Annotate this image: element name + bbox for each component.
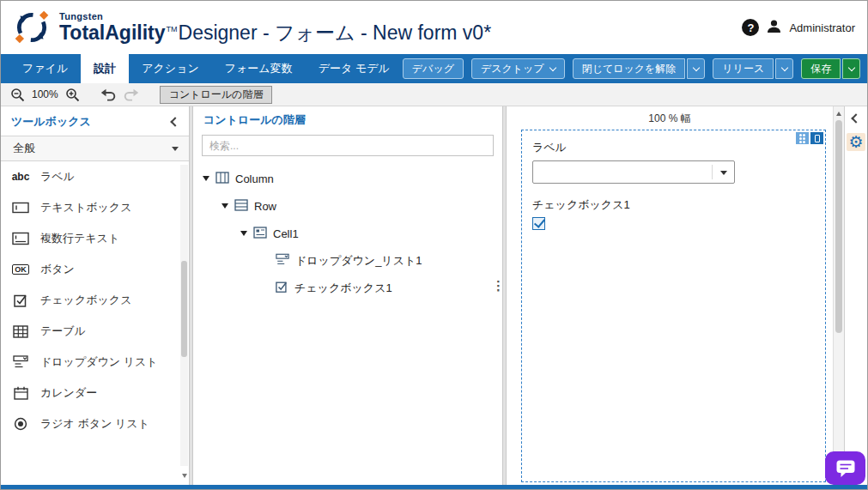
- tab-design[interactable]: 設計: [81, 54, 129, 83]
- toolbox-item-text: ドロップダウン リスト: [40, 354, 158, 370]
- toolbox-item-dropdown-list[interactable]: ドロップダウン リスト: [1, 347, 189, 378]
- toolbox-title: ツールボックス: [11, 114, 91, 130]
- expand-caret-icon[interactable]: [240, 231, 247, 236]
- save-menu-button[interactable]: [842, 58, 860, 79]
- help-icon[interactable]: ?: [742, 19, 759, 36]
- toolbox-item-multiline-text[interactable]: 複数行テキスト: [1, 223, 189, 254]
- close-unlock-menu-button[interactable]: [687, 58, 705, 79]
- status-strip: [1, 485, 867, 489]
- chevron-down-icon: [847, 64, 854, 70]
- dropdown-list-icon: [276, 253, 289, 269]
- tree-node-checkbox1[interactable]: チェックボックス1: [193, 275, 502, 302]
- toolbox-panel: ツールボックス 全般 abc ラベル テキストボックス 複数行テキスト: [1, 106, 190, 485]
- toolbox-item-label[interactable]: abc ラベル: [1, 161, 189, 192]
- form-column-container[interactable]: ラベル チェックボックス1: [521, 130, 826, 482]
- toolbox-category-select[interactable]: 全般: [1, 136, 189, 161]
- release-split-button: リリース: [713, 58, 793, 79]
- toolbox-scrollbar[interactable]: [180, 165, 188, 466]
- row-icon: [234, 199, 248, 214]
- collapse-left-icon[interactable]: [170, 117, 179, 126]
- gear-icon[interactable]: ⚙: [847, 133, 865, 151]
- triangle-down-icon: [182, 474, 187, 478]
- toolbox-item-text: ラベル: [40, 169, 75, 185]
- ok-glyph: OK: [12, 264, 29, 275]
- canvas-scrollbar-thumb[interactable]: [835, 120, 842, 333]
- page-title: TotalAgilityTMDesigner - フォーム - New form…: [59, 22, 491, 43]
- hierarchy-tree: Column Row Cell1 ドロップダウン_リスト1: [193, 165, 502, 302]
- chevron-down-icon: [780, 64, 787, 70]
- toolbox-scrollbar-thumb[interactable]: [181, 261, 187, 357]
- header-actions: ? Administrator: [742, 19, 855, 37]
- scroll-up-icon[interactable]: [834, 107, 844, 119]
- tree-node-label: Cell1: [273, 227, 299, 240]
- form-checkbox-label: チェックボックス1: [532, 197, 815, 213]
- design-toolbar: 100% コントロールの階層: [1, 83, 867, 106]
- multiline-text-icon: [11, 232, 30, 245]
- save-label: 保存: [810, 62, 831, 76]
- tree-node-row[interactable]: Row: [193, 192, 502, 220]
- hierarchy-search-input[interactable]: [202, 135, 494, 156]
- textbox-icon: [11, 201, 30, 215]
- tree-node-label: チェックボックス1: [294, 281, 392, 296]
- undo-icon[interactable]: [100, 86, 117, 103]
- toolbox-item-checkbox[interactable]: チェックボックス: [1, 285, 189, 316]
- expand-caret-icon[interactable]: [222, 203, 228, 209]
- tree-node-column[interactable]: Column: [193, 165, 502, 192]
- menu-tabs: ファイル 設計 アクション フォーム変数 データ モデル: [1, 54, 403, 83]
- canvas-scrollbar[interactable]: [833, 106, 844, 485]
- checkbox-icon: [11, 293, 30, 308]
- toolbox-item-button[interactable]: OK ボタン: [1, 254, 189, 285]
- control-badge-icon[interactable]: [810, 132, 823, 144]
- chat-bubble-icon: [835, 459, 856, 478]
- form-dropdown-control[interactable]: [532, 160, 735, 184]
- chat-button[interactable]: [825, 451, 865, 485]
- form-label-control[interactable]: ラベル: [532, 140, 815, 155]
- tree-node-dropdown-list1[interactable]: ドロップダウン_リスト1: [193, 247, 502, 275]
- tab-form-variables[interactable]: フォーム変数: [212, 54, 306, 83]
- toolbox-item-text: テーブル: [40, 324, 86, 339]
- close-unlock-button[interactable]: 閉じてロックを解除: [573, 58, 686, 79]
- toolbox-item-text: チェックボックス: [40, 293, 131, 308]
- tree-node-label: ドロップダウン_リスト1: [295, 253, 422, 269]
- release-button[interactable]: リリース: [713, 58, 774, 79]
- expand-caret-icon[interactable]: [203, 176, 209, 181]
- chevron-down-icon: [549, 64, 555, 70]
- close-unlock-split-button: 閉じてロックを解除: [573, 58, 706, 79]
- tree-node-cell1[interactable]: Cell1: [193, 220, 502, 247]
- close-unlock-label: 閉じてロックを解除: [582, 62, 677, 76]
- main-menubar: ファイル 設計 アクション フォーム変数 データ モデル デバッグ デスクトップ…: [1, 54, 867, 83]
- debug-label: デバッグ: [412, 62, 454, 76]
- debug-button[interactable]: デバッグ: [403, 58, 464, 79]
- product-name: TotalAgility: [59, 21, 166, 44]
- move-handle-icon[interactable]: [796, 132, 809, 144]
- toolbox-item-calendar[interactable]: カレンダー: [1, 378, 189, 408]
- help-glyph: ?: [747, 21, 754, 34]
- save-button[interactable]: 保存: [801, 58, 841, 79]
- tab-actions[interactable]: アクション: [129, 54, 212, 83]
- zoom-out-icon[interactable]: [9, 86, 26, 103]
- tungsten-logo-icon: [13, 9, 51, 46]
- collapse-left-icon[interactable]: [851, 113, 860, 123]
- control-hierarchy-toggle-button[interactable]: コントロールの階層: [160, 86, 273, 104]
- tab-file[interactable]: ファイル: [9, 54, 81, 83]
- tab-data-model[interactable]: データ モデル: [306, 54, 403, 83]
- form-checkbox-control[interactable]: [532, 217, 545, 230]
- toolbox-item-radio-button-list[interactable]: ラジオ ボタン リスト: [1, 408, 189, 439]
- toolbox-header: ツールボックス: [1, 106, 189, 136]
- toolbox-item-textbox[interactable]: テキストボックス: [1, 192, 189, 223]
- main-workspace: ツールボックス 全般 abc ラベル テキストボックス 複数行テキスト: [1, 106, 867, 485]
- zoom-in-icon[interactable]: [64, 86, 82, 103]
- release-menu-button[interactable]: [775, 58, 793, 79]
- toolbox-items: abc ラベル テキストボックス 複数行テキスト OK ボタン: [1, 161, 189, 439]
- panel-splitter[interactable]: ⋮: [492, 281, 505, 292]
- desktop-button[interactable]: デスクトップ: [471, 58, 565, 79]
- desktop-label: デスクトップ: [481, 62, 544, 76]
- form-canvas-panel: 100 % 幅 ラベル チェックボックス1: [506, 106, 867, 485]
- toolbox-item-text: カレンダー: [40, 385, 97, 401]
- toolbox-scroll-down-icon[interactable]: [180, 474, 188, 478]
- chevron-down-icon: [172, 147, 179, 151]
- column-width-label: 100 % 幅: [507, 106, 833, 126]
- redo-icon[interactable]: [123, 86, 140, 103]
- user-icon[interactable]: [766, 19, 782, 37]
- toolbox-item-table[interactable]: テーブル: [1, 316, 189, 347]
